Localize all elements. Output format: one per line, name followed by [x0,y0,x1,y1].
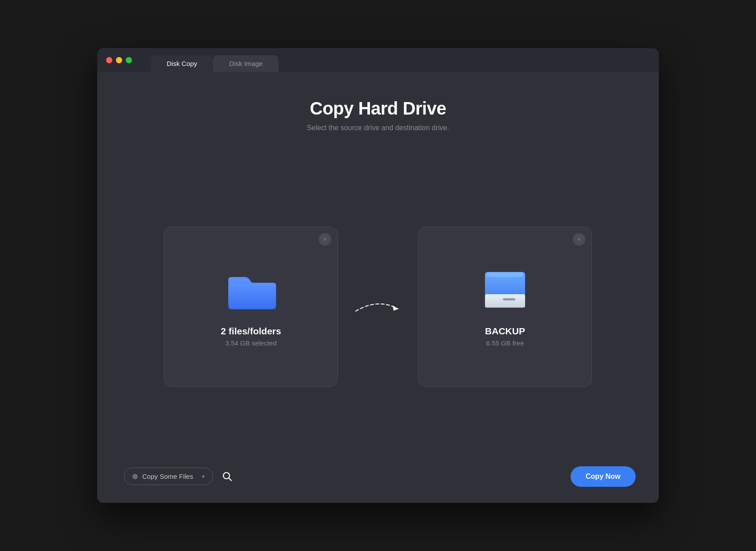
maximize-button[interactable] [126,57,132,63]
source-card[interactable]: × [164,226,338,387]
copy-mode-dot-indicator [132,474,138,479]
destination-card-title: BACKUP [485,326,525,337]
page-title: Copy Hard Drive [310,99,446,119]
search-button[interactable] [219,469,235,485]
arrow-indicator [356,296,400,318]
tab-disk-image[interactable]: Disk Image [213,55,279,72]
source-card-title: 2 files/folders [221,326,281,337]
destination-card-subtitle: 6.55 GB free [486,339,524,347]
cards-container: × [124,159,632,454]
copy-mode-label: Copy Some Files [142,473,197,480]
source-card-subtitle: 3.54 GB selected [225,339,276,347]
minimize-button[interactable] [116,57,122,63]
tab-bar: Disk Copy Disk Image [151,55,279,72]
copy-mode-dropdown[interactable]: Copy Some Files ▾ [124,468,213,485]
bottom-bar: Copy Some Files ▾ [124,454,632,485]
tab-disk-copy[interactable]: Disk Copy [151,55,213,72]
svg-line-4 [229,478,232,481]
svg-rect-2 [503,298,515,300]
close-button[interactable] [106,57,112,63]
drive-icon [478,266,532,315]
chevron-down-icon: ▾ [202,473,205,480]
bottom-left: Copy Some Files ▾ [124,468,235,485]
destination-card[interactable]: × [418,226,592,387]
search-icon [222,471,233,482]
app-window: Disk Copy Disk Image Copy Hard Drive Sel… [97,48,659,503]
destination-card-close[interactable]: × [573,233,585,246]
page-subtitle: Select the source drive and destination … [307,124,449,132]
folder-icon [224,266,278,315]
main-content: Copy Hard Drive Select the source drive … [97,72,659,503]
window-controls [106,57,132,63]
titlebar: Disk Copy Disk Image [97,48,659,72]
copy-now-button[interactable]: Copy Now [571,466,636,487]
source-card-close[interactable]: × [319,233,331,246]
svg-rect-1 [485,294,525,308]
